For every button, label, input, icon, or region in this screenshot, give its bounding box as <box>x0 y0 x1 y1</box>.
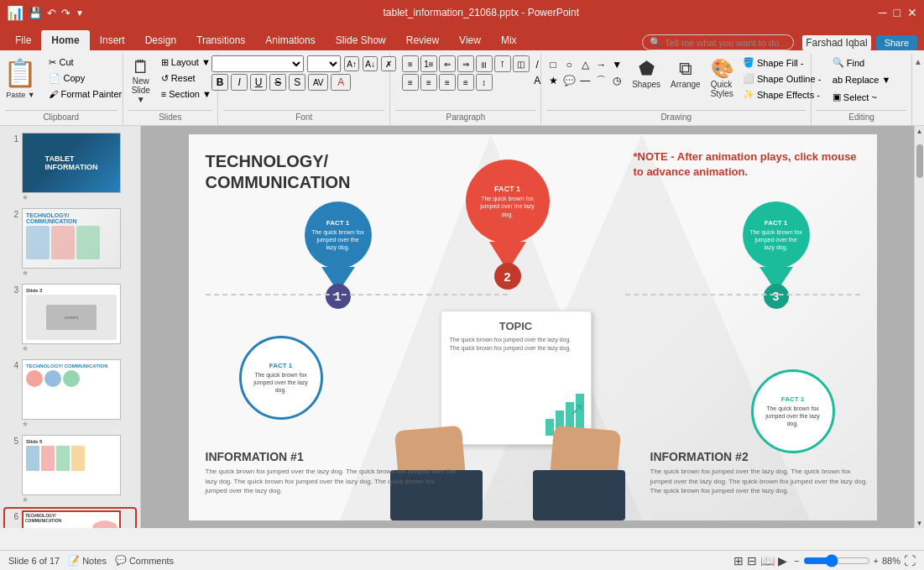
v-scrollbar[interactable]: ▲ ▼ <box>914 126 924 528</box>
info2-title: INFORMATION #2 <box>650 450 869 463</box>
text-direction[interactable]: ⊺ <box>494 55 511 72</box>
slides-label: Slides <box>128 110 212 123</box>
find-button[interactable]: 🔍 Find <box>829 55 868 70</box>
shape-text[interactable]: A <box>530 73 545 88</box>
font-size-select[interactable] <box>307 55 341 72</box>
shape-fill-icon: 🪣 <box>743 57 754 68</box>
align-left[interactable]: ≡ <box>402 74 419 91</box>
slide-thumb-6[interactable]: 6 TECHNOLOGY/COMMUNICATION INFO #1 INFO … <box>5 509 135 528</box>
scroll-up-arrow[interactable]: ▲ <box>915 126 925 136</box>
qat-redo[interactable]: ↷ <box>61 7 70 19</box>
pin3-label: FACT 1 <box>765 219 788 227</box>
shape-line2[interactable]: — <box>577 73 593 88</box>
font-color-button[interactable]: A <box>331 74 351 91</box>
tab-animations[interactable]: Animations <box>255 30 325 50</box>
tab-slideshow[interactable]: Slide Show <box>326 30 396 50</box>
layout-button[interactable]: ⊞ Layout ▼ <box>158 55 215 70</box>
tab-view[interactable]: View <box>449 30 491 50</box>
strikethrough-button[interactable]: S <box>269 74 286 91</box>
minimize-button[interactable]: ─ <box>879 6 887 19</box>
quick-styles-button[interactable]: 🎨 QuickStyles <box>707 55 738 101</box>
copy-button[interactable]: 📄 Copy <box>45 71 125 86</box>
close-button[interactable]: ✕ <box>907 6 917 19</box>
section-button[interactable]: ≡ Section ▼ <box>158 87 215 101</box>
font-family-select[interactable] <box>211 55 304 72</box>
scroll-down-arrow[interactable]: ▼ <box>915 518 925 528</box>
columns-button[interactable]: ⫼ <box>476 55 493 72</box>
italic-button[interactable]: I <box>231 74 248 91</box>
tell-me-input[interactable]: 🔍 Tell me what you want to do... <box>642 34 794 50</box>
align-right[interactable]: ≡ <box>439 74 456 91</box>
qat-customize[interactable]: ▼ <box>76 8 84 18</box>
slide-canvas[interactable]: TECHNOLOGY/ COMMUNICATION *NOTE - After … <box>189 134 877 520</box>
cut-button[interactable]: ✂ Cut <box>45 55 125 70</box>
font-size-increase[interactable]: A↑ <box>344 56 359 71</box>
shape-arc[interactable]: ⌒ <box>593 73 608 88</box>
reset-button[interactable]: ↺ Reset <box>158 71 215 86</box>
reading-view-icon[interactable]: 📖 <box>760 554 775 567</box>
shape-line[interactable]: / <box>530 57 545 72</box>
shape-callout[interactable]: 💬 <box>561 73 577 88</box>
slide-thumb-1[interactable]: 1 TABLETINFORMATION ★ <box>5 131 135 203</box>
char-spacing-button[interactable]: AV <box>308 74 328 91</box>
normal-view-icon[interactable]: ⊞ <box>733 554 744 567</box>
paste-button[interactable]: 📋 <box>0 55 44 91</box>
bold-button[interactable]: B <box>211 74 228 91</box>
right-sleeve <box>533 470 625 520</box>
numbering-button[interactable]: 1≡ <box>420 55 437 72</box>
slide-show-icon[interactable]: ▶ <box>778 554 787 567</box>
tab-review[interactable]: Review <box>396 30 449 50</box>
replace-button[interactable]: ab Replace ▼ <box>829 73 895 86</box>
font-size-decrease[interactable]: A↓ <box>363 56 378 71</box>
format-painter-button[interactable]: 🖌 Format Painter <box>45 87 125 101</box>
align-center[interactable]: ≡ <box>420 74 437 91</box>
arrange-button[interactable]: ⧉ Arrange <box>666 55 705 92</box>
bullets-button[interactable]: ≡ <box>402 55 419 72</box>
zoom-out-button[interactable]: − <box>794 556 799 566</box>
line-spacing[interactable]: ↕ <box>476 74 493 91</box>
tab-transitions[interactable]: Transitions <box>186 30 255 50</box>
share-button[interactable]: Share <box>876 35 917 50</box>
qat-save[interactable]: 💾 <box>29 7 42 19</box>
tab-home[interactable]: Home <box>41 30 89 50</box>
underline-button[interactable]: U <box>250 74 267 91</box>
pin-2: FACT 1 The quick brown fox jumped over t… <box>466 159 550 290</box>
justify[interactable]: ≡ <box>457 74 474 91</box>
shape-triangle[interactable]: △ <box>577 57 593 72</box>
scroll-thumb[interactable] <box>916 144 923 178</box>
slide-thumb-2[interactable]: 2 TECHNOLOGY/ COMMUNICATION ★ <box>5 207 135 279</box>
slide-sorter-icon[interactable]: ⊟ <box>747 554 757 567</box>
tab-file[interactable]: File <box>5 30 41 50</box>
shape-more[interactable]: ▼ <box>609 57 624 72</box>
tab-design[interactable]: Design <box>135 30 186 50</box>
decrease-indent[interactable]: ⇐ <box>439 55 456 72</box>
fit-slide-button[interactable]: ⛶ <box>904 554 916 567</box>
tab-insert[interactable]: Insert <box>90 30 135 50</box>
shape-arrow[interactable]: → <box>593 57 608 72</box>
shapes-button[interactable]: ⬟ Shapes <box>628 55 665 92</box>
slides-col: ⊞ Layout ▼ ↺ Reset ≡ Section ▼ <box>158 55 215 101</box>
shadow-button[interactable]: S <box>289 74 305 91</box>
shape-scroll[interactable]: ◷ <box>609 73 624 88</box>
shape-oval[interactable]: ○ <box>561 57 577 72</box>
select-button[interactable]: ▣ Select ~ <box>829 90 880 104</box>
slide-thumb-3[interactable]: 3 Slide 3 content ★ <box>5 282 135 354</box>
slide-thumb-4[interactable]: 4 TECHNOLOGY/ COMMUNICATION ★ <box>5 358 135 430</box>
font-label: Font <box>223 110 384 123</box>
slide-thumb-5[interactable]: 5 Slide 5 ★ <box>5 433 135 505</box>
tab-mix[interactable]: Mix <box>491 30 527 50</box>
ribbon-collapse[interactable]: ▲ <box>912 54 924 125</box>
shape-star[interactable]: ★ <box>546 73 561 88</box>
qat-undo[interactable]: ↶ <box>47 7 56 19</box>
maximize-button[interactable]: □ <box>894 6 901 19</box>
increase-indent[interactable]: ⇒ <box>457 55 474 72</box>
zoom-slider[interactable] <box>803 554 870 567</box>
smart-art[interactable]: ◫ <box>513 55 530 72</box>
notes-button[interactable]: 📝 Notes <box>68 555 107 566</box>
shape-rect[interactable]: □ <box>546 57 561 72</box>
zoom-in-button[interactable]: + <box>874 556 879 566</box>
new-slide-button[interactable]: 🗒 NewSlide ▼ <box>126 55 156 107</box>
shape-fill-label: Shape Fill - <box>757 58 804 68</box>
comments-button[interactable]: 💬 Comments <box>115 555 174 566</box>
pin2-num: 2 <box>494 263 521 290</box>
